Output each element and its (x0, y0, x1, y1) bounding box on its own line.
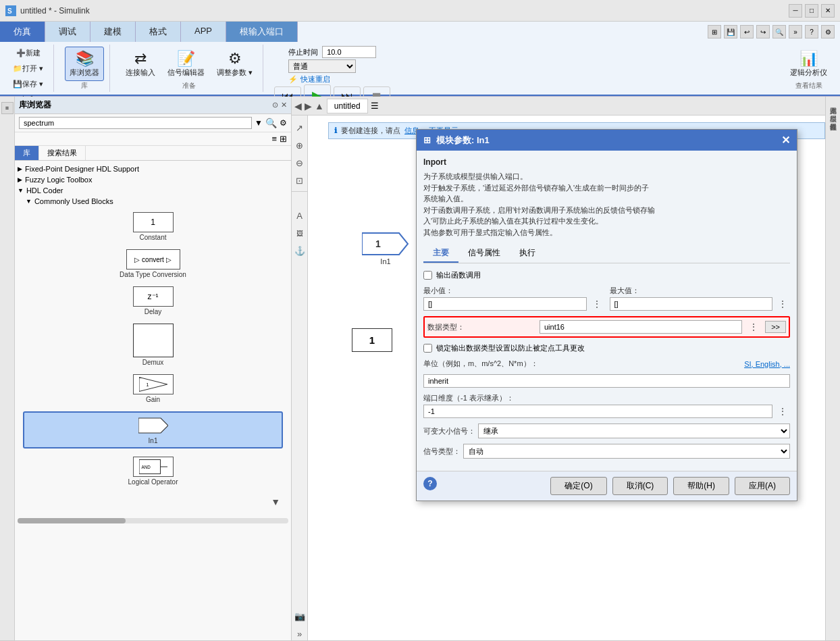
toolbar-icon-2[interactable]: 💾 (724, 25, 737, 39)
close-button[interactable]: ✕ (821, 4, 835, 18)
block-delay[interactable]: z⁻¹ Delay (23, 286, 283, 315)
canvas-tab-active[interactable]: untitled (327, 99, 368, 113)
tool-image[interactable]: 🖼 (293, 226, 307, 240)
stop-time-input[interactable] (322, 46, 376, 58)
canvas-tab-menu[interactable]: ☰ (371, 101, 379, 111)
search-options-btn[interactable]: ⚙ (280, 118, 287, 128)
dialog-tab-exec[interactable]: 执行 (510, 245, 545, 263)
block-demux[interactable]: Demux (23, 324, 283, 366)
canvas-content[interactable]: ℹ 要创建连接，请点 信息。 不再显示 1 In1 1 (308, 116, 825, 640)
data-type-threedot[interactable]: ⋮ (746, 320, 761, 334)
window-controls[interactable]: ─ □ ✕ (789, 4, 835, 18)
data-type-arrow-btn[interactable]: >> (765, 321, 786, 333)
toolbar-undo[interactable]: ↩ (740, 25, 754, 39)
expand-blocks-icon[interactable]: ▼ (271, 496, 280, 507)
signal-type-select[interactable]: 自动 (463, 444, 790, 459)
tool-zoom-in[interactable]: ⊕ (293, 138, 307, 152)
min-threedot[interactable]: ⋮ (589, 297, 604, 311)
tool-fit[interactable]: ⊡ (293, 174, 307, 187)
lock-dtype-checkbox[interactable] (423, 344, 432, 353)
view-grid-btn[interactable]: ⊞ (280, 134, 287, 144)
help-button[interactable]: 帮助(H) (673, 477, 729, 495)
logic-analyzer-button[interactable]: 📊 逻辑分析仪 (785, 47, 832, 81)
max-threedot[interactable]: ⋮ (775, 297, 790, 311)
port-dim-threedot[interactable]: ⋮ (775, 405, 790, 418)
data-type-input[interactable] (540, 320, 742, 334)
maximize-button[interactable]: □ (805, 4, 818, 18)
dialog-tab-main[interactable]: 主要 (423, 245, 458, 263)
dialog-help-icon[interactable]: ? (423, 477, 437, 490)
block-in1[interactable]: In1 (23, 411, 283, 448)
tab-app[interactable]: APP (181, 22, 226, 42)
max-input[interactable] (610, 297, 773, 311)
apply-button[interactable]: 应用(A) (735, 477, 790, 495)
toolbar-search[interactable]: 🔍 (772, 25, 786, 39)
toolbar-redo[interactable]: ↪ (756, 25, 770, 39)
nav-forward-btn[interactable]: ▶ (305, 101, 312, 111)
library-panel-header: 库浏览器 ⊙ ✕ (15, 97, 291, 114)
search-dropdown-icon[interactable]: ▼ (255, 118, 263, 128)
sim-mode-select[interactable]: 普通 (288, 59, 356, 73)
nav-back-btn[interactable]: ◀ (294, 101, 302, 111)
toolbar-settings[interactable]: ⚙ (821, 25, 835, 39)
blocks-area: 1 Constant ▷ convert ▷ Data Type Convers… (18, 207, 288, 515)
lib-tab-search[interactable]: 搜索结果 (39, 146, 86, 160)
unit-link[interactable]: SI, English, ... (744, 360, 790, 368)
tool-text[interactable]: A (293, 209, 307, 222)
signal-editor-button[interactable]: 📝 信号编辑器 (163, 47, 209, 81)
library-panel-sync-btn[interactable]: ⊙ (272, 101, 278, 109)
tab-simulation[interactable]: 仿真 (0, 22, 45, 42)
adjust-params-button[interactable]: ⚙ 调整参数 ▾ (212, 47, 257, 81)
tree-item-common-blocks[interactable]: ▼ Commonly Used Blocks (18, 196, 288, 207)
search-button[interactable]: 🔍 (265, 118, 277, 128)
cancel-button[interactable]: 取消(C) (612, 477, 668, 495)
tool-more[interactable]: » (293, 627, 307, 640)
toolbar-help[interactable]: ? (805, 25, 818, 39)
view-list-btn[interactable]: ≡ (271, 134, 277, 144)
right-strip-props[interactable]: 属性检查器 (826, 116, 841, 121)
tab-modeling[interactable]: 建模 (90, 22, 136, 42)
library-search-input[interactable] (19, 117, 252, 129)
sidebar-strip-btn-1[interactable]: ≡ (1, 102, 14, 114)
block-logic-op[interactable]: AND Logical Operator (23, 457, 283, 486)
tool-camera[interactable]: 📷 (293, 609, 307, 623)
library-panel-close-btn[interactable]: ✕ (281, 101, 287, 109)
toolbar-more[interactable]: » (789, 25, 802, 39)
var-size-select[interactable]: 继承 (478, 424, 790, 438)
dialog-title: 模块参数: In1 (436, 134, 781, 147)
nav-up-btn[interactable]: ▲ (315, 101, 324, 111)
block-dtype-conv[interactable]: ▷ convert ▷ Data Type Conversion (23, 249, 283, 278)
right-strip-model[interactable]: 模型层 (826, 107, 841, 113)
lib-scrollbar-thumb[interactable] (18, 518, 126, 523)
new-button[interactable]: ➕新建 (8, 46, 48, 60)
save-button[interactable]: 💾保存 ▾ (8, 77, 48, 91)
func-call-checkbox[interactable] (423, 271, 432, 280)
tree-item-hdl[interactable]: ▼ HDL Coder (18, 185, 288, 196)
tool-zoom-out[interactable]: ⊖ (293, 156, 307, 170)
tab-format[interactable]: 格式 (136, 22, 181, 42)
port-dim-input[interactable] (423, 405, 772, 418)
minimize-button[interactable]: ─ (789, 4, 802, 18)
tree-item-fixedpoint[interactable]: ▶ Fixed-Point Designer HDL Support (18, 163, 288, 174)
canvas-body[interactable]: ↗ ⊕ ⊖ ⊡ A 🖼 ⚓ 📷 » ℹ 要创建连接，请点 信息。 不再显示 (292, 116, 825, 640)
open-button[interactable]: 📁打开 ▾ (8, 61, 48, 76)
toolbar-icon-1[interactable]: ⊞ (708, 25, 721, 39)
connect-input-button[interactable]: ⇄ 连接输入 (121, 47, 160, 81)
ok-button[interactable]: 确定(O) (550, 477, 606, 495)
fast-restart-button[interactable]: 快速重启 (300, 74, 330, 84)
block-constant[interactable]: 1 Constant (23, 212, 283, 241)
min-input[interactable] (423, 297, 587, 311)
lib-scrollbar-h[interactable] (18, 518, 288, 523)
tree-item-fuzzy[interactable]: ▶ Fuzzy Logic Toolbox (18, 174, 288, 185)
tool-select[interactable]: ↗ (293, 121, 307, 134)
tab-debug[interactable]: 调试 (45, 22, 90, 42)
lib-tab-library[interactable]: 库 (15, 146, 39, 160)
block-gain[interactable]: 1 Gain (23, 374, 283, 403)
right-strip-lib[interactable]: 库浏览器 (826, 99, 841, 105)
dialog-close-button[interactable]: ✕ (781, 134, 790, 147)
unit-input[interactable] (423, 374, 790, 388)
tool-anchor[interactable]: ⚓ (293, 244, 307, 257)
dialog-tab-signal[interactable]: 信号属性 (458, 245, 510, 263)
tab-root-input[interactable]: 根输入端口 (226, 22, 298, 42)
library-browser-button[interactable]: 📚 库浏览器 (65, 47, 104, 81)
